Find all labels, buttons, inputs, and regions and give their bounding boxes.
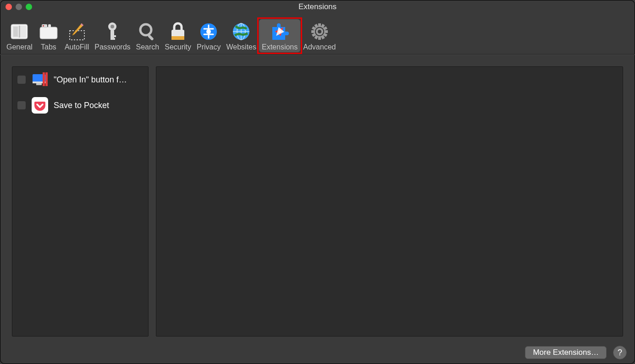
svg-rect-42 [43, 72, 45, 86]
security-icon [167, 21, 188, 42]
toolbar-item-security[interactable]: Security [162, 19, 194, 52]
privacy-icon [198, 21, 219, 42]
toolbar-item-autofill[interactable]: AutoFill [62, 19, 92, 52]
preferences-toolbar: GeneralTabsAutoFillPasswordsSearchSecuri… [0, 14, 635, 54]
svg-rect-4 [40, 27, 57, 39]
svg-line-27 [324, 34, 327, 36]
toolbar-item-tabs[interactable]: Tabs [35, 19, 62, 52]
svg-rect-13 [110, 38, 115, 40]
svg-rect-17 [171, 36, 184, 40]
window-title: Extensions [298, 2, 337, 11]
extension-label: Save to Pocket [54, 101, 109, 110]
toolbar-item-passwords[interactable]: Passwords [92, 19, 133, 52]
toolbar-item-websites[interactable]: Websites [223, 19, 259, 52]
svg-line-34 [315, 24, 317, 27]
footer: More Extensions… ? [0, 341, 635, 364]
svg-line-28 [322, 36, 324, 39]
extensions-list: "Open In" button f…Save to Pocket [12, 66, 149, 337]
extension-enable-checkbox[interactable] [17, 101, 26, 110]
content-area: "Open In" button f…Save to Pocket [0, 54, 635, 341]
toolbar-item-label: Websites [226, 43, 256, 51]
general-icon [9, 21, 30, 42]
zoom-window-button[interactable] [26, 4, 32, 10]
toolbar-item-label: AutoFill [65, 43, 89, 51]
svg-line-31 [312, 34, 315, 36]
advanced-icon [309, 21, 330, 42]
svg-line-30 [315, 36, 317, 39]
tabs-icon [38, 21, 59, 42]
traffic-lights [6, 4, 32, 10]
extensions-icon [269, 21, 290, 42]
toolbar-item-label: Privacy [197, 43, 221, 51]
close-window-button[interactable] [6, 4, 12, 10]
toolbar-item-label: Passwords [94, 43, 130, 51]
parallels-icon [32, 71, 48, 88]
svg-rect-12 [110, 35, 116, 37]
passwords-icon [102, 21, 123, 42]
svg-point-10 [110, 25, 114, 28]
svg-rect-7 [48, 24, 51, 28]
svg-line-33 [312, 27, 315, 29]
titlebar: Extensions [0, 0, 635, 14]
svg-rect-2 [19, 26, 20, 38]
svg-point-24 [279, 31, 281, 33]
svg-point-19 [206, 29, 211, 34]
websites-icon [231, 21, 252, 42]
toolbar-item-advanced[interactable]: Advanced [300, 19, 338, 52]
svg-rect-43 [45, 72, 48, 86]
preferences-window: Extensions GeneralTabsAutoFillPasswordsS… [0, 0, 635, 364]
help-button[interactable]: ? [613, 346, 627, 359]
extension-detail-panel [156, 66, 623, 337]
toolbar-item-label: Extensions [262, 43, 298, 51]
svg-point-38 [318, 30, 321, 33]
toolbar-item-general[interactable]: General [4, 19, 35, 52]
svg-rect-3 [13, 27, 18, 37]
minimize-window-button[interactable] [16, 4, 22, 10]
toolbar-item-label: Tabs [41, 43, 56, 51]
extension-row[interactable]: Save to Pocket [12, 92, 148, 118]
svg-rect-8 [70, 31, 84, 40]
toolbar-item-label: Advanced [303, 43, 336, 51]
more-extensions-button[interactable]: More Extensions… [525, 346, 607, 359]
extension-row[interactable]: "Open In" button f… [12, 67, 148, 92]
svg-rect-5 [42, 24, 47, 28]
toolbar-item-label: Security [165, 43, 191, 51]
toolbar-item-label: Search [136, 43, 160, 51]
svg-line-37 [324, 27, 327, 29]
toolbar-item-privacy[interactable]: Privacy [194, 19, 223, 52]
svg-rect-6 [43, 25, 44, 27]
autofill-icon [66, 21, 88, 42]
toolbar-item-search[interactable]: Search [133, 19, 162, 52]
search-icon [137, 21, 158, 42]
toolbar-item-extensions[interactable]: Extensions [259, 19, 300, 52]
toolbar-item-label: General [6, 43, 33, 51]
extension-enable-checkbox[interactable] [17, 75, 26, 84]
svg-line-36 [322, 24, 324, 27]
svg-point-14 [140, 24, 151, 35]
extension-label: "Open In" button f… [54, 75, 127, 85]
pocket-icon [32, 97, 48, 114]
svg-rect-41 [36, 83, 42, 85]
